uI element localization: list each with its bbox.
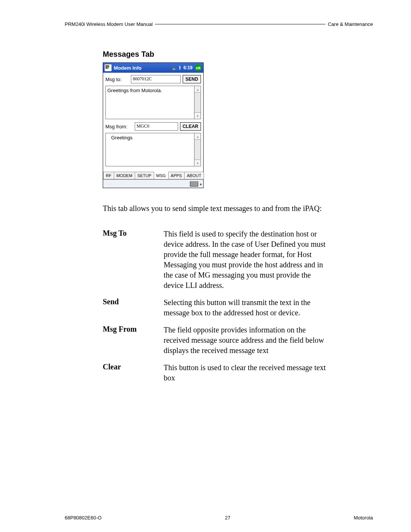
- def-term-clear: Clear: [103, 363, 164, 383]
- tab-about[interactable]: ABOUT: [185, 172, 204, 179]
- scroll-up-icon[interactable]: ▴: [194, 133, 201, 140]
- ok-button[interactable]: ok: [195, 64, 202, 71]
- def-term-send: Send: [103, 297, 164, 318]
- sip-up-icon[interactable]: ▴: [200, 182, 202, 186]
- window-titlebar: Modem Info ⧘ 6:19 ok: [103, 63, 203, 73]
- def-desc-msg-to: This field is used to specify the destin…: [164, 229, 327, 291]
- msg-from-label: Msg from:: [105, 124, 133, 129]
- windows-logo-icon[interactable]: [105, 64, 112, 71]
- page-header: PRM240i Wireless Modem User Manual Care …: [65, 21, 373, 27]
- window-title: Modem Info: [114, 65, 142, 71]
- speaker-icon[interactable]: [172, 65, 178, 71]
- incoming-scrollbar[interactable]: ▴ ▾: [194, 133, 201, 166]
- footer-page-number: 27: [225, 515, 230, 521]
- send-button[interactable]: SEND: [183, 75, 201, 83]
- tab-rf[interactable]: RF: [103, 172, 114, 179]
- signal-icon: ⧘: [179, 65, 181, 70]
- page-footer: 68P80802E60-O 27 Motorola: [65, 503, 373, 521]
- definition-list: Msg To This field is used to specify the…: [103, 229, 327, 383]
- footer-right: Motorola: [354, 515, 373, 521]
- tab-bar: RF MODEM SETUP MSG APPS ABOUT: [103, 172, 203, 179]
- header-left: PRM240i Wireless Modem User Manual: [65, 21, 153, 27]
- def-desc-msg-from: The field opposite provides information …: [164, 325, 327, 356]
- intro-paragraph: This tab allows you to send simple text …: [103, 203, 327, 214]
- scroll-down-icon[interactable]: ▾: [194, 112, 201, 119]
- tab-apps[interactable]: APPS: [169, 172, 185, 179]
- def-desc-clear: This button is used to clear the receive…: [164, 363, 327, 383]
- section-title: Messages Tab: [103, 50, 327, 59]
- msg-to-input[interactable]: 8007012C: [131, 75, 181, 83]
- incoming-message-textarea[interactable]: Greetings: [105, 133, 194, 166]
- outgoing-scrollbar[interactable]: ▴ ▾: [194, 86, 201, 119]
- keyboard-icon[interactable]: [190, 181, 198, 187]
- msg-from-input[interactable]: MGC0: [135, 122, 178, 131]
- def-desc-send: Selecting this button will transmit the …: [164, 297, 327, 318]
- clear-button[interactable]: CLEAR: [180, 122, 201, 131]
- footer-left: 68P80802E60-O: [65, 515, 102, 521]
- device-screenshot: Modem Info ⧘ 6:19 ok Msg to: 8007012C SE…: [103, 62, 204, 188]
- tab-setup[interactable]: SETUP: [135, 172, 154, 179]
- def-term-msg-from: Msg From: [103, 325, 164, 356]
- clock-text: 6:19: [183, 65, 193, 70]
- scroll-up-icon[interactable]: ▴: [194, 86, 201, 93]
- tab-msg[interactable]: MSG: [154, 172, 169, 179]
- msg-to-label: Msg to:: [105, 77, 129, 82]
- header-right: Care & Maintenance: [328, 21, 373, 27]
- task-bar: ▴: [103, 179, 203, 188]
- scroll-down-icon[interactable]: ▾: [194, 160, 201, 166]
- header-rule: [155, 24, 325, 24]
- def-term-msg-to: Msg To: [103, 229, 164, 291]
- tab-modem[interactable]: MODEM: [114, 172, 135, 179]
- outgoing-message-textarea[interactable]: Greetings from Motorola.: [105, 86, 194, 119]
